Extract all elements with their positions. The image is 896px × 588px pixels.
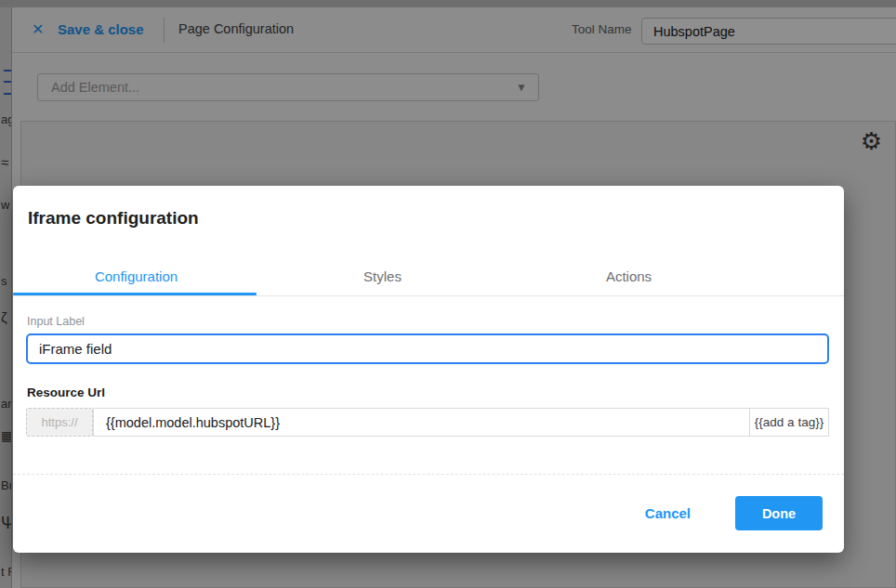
tab-actions[interactable]: Actions	[506, 258, 752, 295]
input-label-label: Input Label	[27, 315, 85, 328]
cancel-button[interactable]: Cancel	[643, 496, 692, 530]
screen: ag ≈ w s ζ an ▦ Bu Ψ t R ✕ Save & close …	[0, 0, 896, 588]
dialog-footer: Cancel Done	[13, 474, 844, 553]
active-tab-indicator	[13, 293, 257, 295]
input-label-field[interactable]	[26, 333, 829, 364]
iframe-configuration-dialog: Iframe configuration Configuration Style…	[13, 186, 844, 553]
url-protocol-prefix: https://	[26, 408, 93, 437]
dialog-tabs: Configuration Styles Actions	[13, 258, 844, 296]
resource-url-row: https:// {{add a tag}}	[26, 408, 829, 437]
add-tag-button[interactable]: {{add a tag}}	[749, 408, 829, 437]
resource-url-input[interactable]	[93, 408, 750, 437]
dialog-title: Iframe configuration	[28, 208, 199, 229]
tab-configuration[interactable]: Configuration	[13, 258, 259, 295]
tab-styles[interactable]: Styles	[259, 258, 506, 295]
resource-url-label: Resource Url	[27, 385, 105, 399]
done-button[interactable]: Done	[735, 496, 823, 530]
